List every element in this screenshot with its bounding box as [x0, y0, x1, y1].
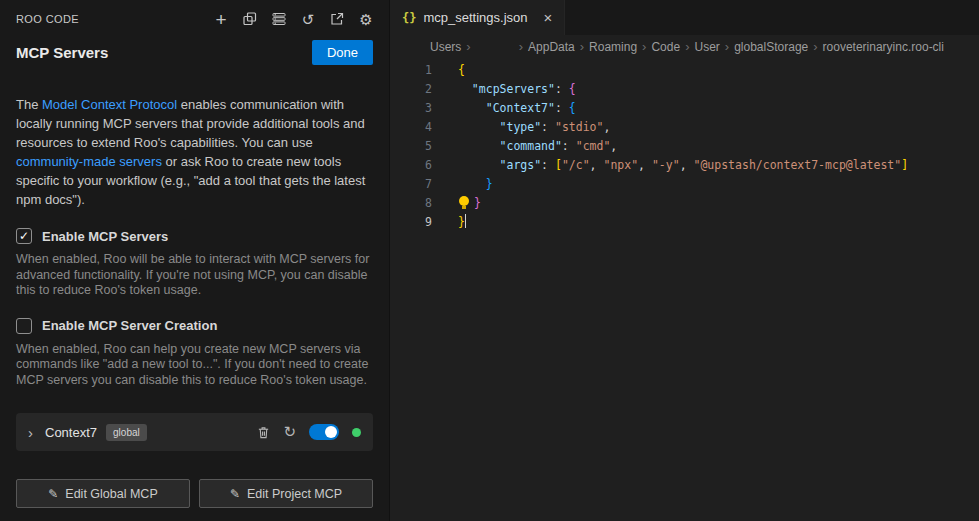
mcp-server-row[interactable]: › Context7 global ↻: [16, 413, 373, 451]
breadcrumb-separator: ›: [813, 39, 817, 54]
expand-chevron-icon[interactable]: ›: [28, 425, 33, 440]
code-token: :: [562, 139, 576, 153]
model-context-protocol-link[interactable]: Model Context Protocol: [42, 97, 177, 112]
code-token: [458, 139, 500, 153]
open-in-editor-icon[interactable]: [328, 10, 346, 28]
code-token: ]: [901, 158, 908, 172]
prompts-icon[interactable]: [241, 10, 259, 28]
delete-server-icon[interactable]: [257, 426, 270, 439]
code-text: "type": "stdio",: [432, 118, 610, 137]
restart-server-icon[interactable]: ↻: [283, 423, 296, 441]
edit-global-mcp-button[interactable]: ✎ Edit Global MCP: [16, 479, 190, 508]
history-icon[interactable]: ↺: [299, 10, 317, 28]
enable-mcp-creation-row[interactable]: Enable MCP Server Creation: [16, 318, 373, 334]
mcp-servers-icon[interactable]: [270, 10, 288, 28]
page-title: MCP Servers: [16, 44, 108, 61]
code-token: "npx": [603, 158, 638, 172]
server-actions: ↻: [257, 423, 361, 441]
code-token: }: [486, 177, 493, 191]
code-line[interactable]: 8}: [390, 194, 979, 213]
code-line[interactable]: 7 }: [390, 175, 979, 194]
code-token: {: [569, 82, 576, 96]
breadcrumb-separator: ›: [519, 39, 523, 54]
settings-gear-icon[interactable]: ⚙: [357, 10, 375, 28]
line-number: 1: [390, 61, 432, 80]
edit-global-mcp-label: Edit Global MCP: [65, 487, 157, 501]
code-line[interactable]: 1{: [390, 61, 979, 80]
pencil-icon: ✎: [230, 487, 240, 501]
server-name: Context7: [45, 425, 97, 440]
new-task-icon[interactable]: +: [212, 10, 230, 28]
tab-mcp-settings-json[interactable]: {} mcp_settings.json ×: [390, 0, 565, 35]
breadcrumb-item[interactable]: Code: [651, 40, 680, 54]
done-button[interactable]: Done: [312, 40, 373, 65]
breadcrumb-separator: ›: [725, 39, 729, 54]
enable-mcp-servers-label: Enable MCP Servers: [42, 229, 168, 244]
code-token: :: [555, 82, 569, 96]
panel-header: ROO CODE + ↺: [0, 0, 389, 32]
tab-close-icon[interactable]: ×: [544, 10, 553, 25]
code-token: [: [555, 158, 562, 172]
code-text: }: [432, 175, 493, 194]
code-token: "Context7": [486, 101, 555, 115]
code-text: "args": ["/c", "npx", "-y", "@upstash/co…: [432, 156, 908, 175]
code-line[interactable]: 3 "Context7": {: [390, 99, 979, 118]
code-token: [458, 177, 486, 191]
json-file-icon: {}: [402, 11, 416, 25]
code-line[interactable]: 6 "args": ["/c", "npx", "-y", "@upstash/…: [390, 156, 979, 175]
code-line[interactable]: 5 "command": "cmd",: [390, 137, 979, 156]
code-token: ,: [610, 139, 617, 153]
line-number: 5: [390, 137, 432, 156]
code-token: :: [541, 158, 555, 172]
breadcrumb-item[interactable]: Roaming: [589, 40, 637, 54]
breadcrumb-item[interactable]: rooveterinaryinc.roo-cli: [823, 40, 944, 54]
app-window: ROO CODE + ↺: [0, 0, 979, 521]
edit-project-mcp-button[interactable]: ✎ Edit Project MCP: [199, 479, 373, 508]
code-token: ,: [638, 158, 652, 172]
editor-tab-bar: {} mcp_settings.json ×: [390, 0, 979, 35]
roo-code-panel: ROO CODE + ↺: [0, 0, 390, 521]
community-servers-link[interactable]: community-made servers: [16, 154, 162, 169]
code-text: }: [432, 194, 481, 213]
code-line[interactable]: 2 "mcpServers": {: [390, 80, 979, 99]
code-area[interactable]: 1{2 "mcpServers": {3 "Context7": {4 "typ…: [390, 58, 979, 521]
code-token: [458, 82, 472, 96]
enable-mcp-creation-label: Enable MCP Server Creation: [42, 318, 217, 333]
enable-mcp-servers-row[interactable]: ✓ Enable MCP Servers: [16, 228, 373, 244]
extension-title: ROO CODE: [16, 13, 79, 25]
panel-toolbar: + ↺: [212, 10, 375, 28]
code-token: ,: [603, 120, 610, 134]
breadcrumb-item[interactable]: globalStorage: [734, 40, 808, 54]
tab-filename: mcp_settings.json: [423, 10, 527, 25]
breadcrumb-item[interactable]: AppData: [528, 40, 575, 54]
code-token: {: [569, 101, 576, 115]
code-line[interactable]: 9}: [390, 213, 979, 232]
mcp-footer-buttons: ✎ Edit Global MCP ✎ Edit Project MCP: [0, 479, 389, 508]
line-number: 6: [390, 156, 432, 175]
code-text: "command": "cmd",: [432, 137, 617, 156]
breadcrumb-item[interactable]: User: [694, 40, 719, 54]
lightbulb-icon[interactable]: [458, 196, 472, 209]
intro-text: The Model Context Protocol enables commu…: [0, 95, 389, 209]
toggle-knob: [325, 426, 337, 438]
code-token: "cmd": [576, 139, 611, 153]
text-cursor: [465, 214, 467, 228]
breadcrumb-separator: ›: [466, 39, 470, 54]
code-token: "stdio": [555, 120, 603, 134]
breadcrumb-separator: ›: [580, 39, 584, 54]
enable-mcp-servers-checkbox[interactable]: ✓: [16, 228, 32, 244]
code-text: "Context7": {: [432, 99, 576, 118]
enable-mcp-creation-checkbox[interactable]: [16, 318, 32, 334]
code-token: [458, 120, 500, 134]
server-enabled-toggle[interactable]: [309, 424, 339, 440]
code-token: }: [474, 196, 481, 210]
code-token: "@upstash/context7-mcp@latest": [694, 158, 902, 172]
code-line[interactable]: 4 "type": "stdio",: [390, 118, 979, 137]
breadcrumb: Users››AppData›Roaming›Code›User›globalS…: [390, 35, 979, 58]
code-token: {: [458, 63, 465, 77]
code-token: }: [458, 215, 465, 229]
pencil-icon: ✎: [48, 487, 58, 501]
breadcrumb-item[interactable]: Users: [430, 40, 461, 54]
code-token: "/c": [562, 158, 590, 172]
code-token: ,: [590, 158, 604, 172]
